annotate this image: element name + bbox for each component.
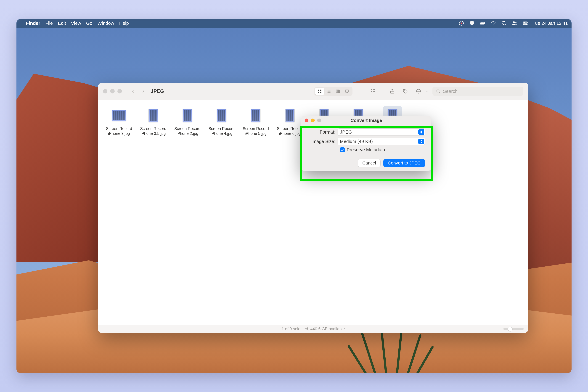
svg-point-8 bbox=[513, 21, 515, 23]
screenshot-frame: Finder File Edit View Go Window Help Tue… bbox=[16, 19, 572, 373]
icon-size-slider[interactable] bbox=[503, 328, 524, 330]
svg-rect-32 bbox=[373, 89, 374, 90]
file-item[interactable]: Screen Record iPhone 5.jpg bbox=[239, 104, 272, 138]
file-name: Screen Record iPhone 3.jpg bbox=[103, 126, 135, 136]
status-spotlight-icon[interactable] bbox=[501, 20, 507, 26]
view-list-button[interactable] bbox=[324, 88, 333, 95]
updown-arrows-icon bbox=[418, 138, 424, 144]
svg-rect-17 bbox=[320, 92, 321, 93]
svg-rect-10 bbox=[523, 22, 528, 23]
view-icons-button[interactable] bbox=[315, 88, 324, 95]
file-name: Screen Record iPhone 3.5.jpg bbox=[137, 126, 169, 136]
dialog-minimize-button[interactable] bbox=[311, 118, 315, 122]
status-control-center-icon[interactable] bbox=[522, 20, 528, 26]
file-name: Screen Record iPhone 5.jpg bbox=[240, 126, 272, 136]
wallpaper-plant bbox=[360, 326, 438, 373]
svg-rect-34 bbox=[371, 91, 372, 92]
svg-point-41 bbox=[418, 91, 419, 92]
svg-point-22 bbox=[327, 91, 328, 92]
search-field[interactable]: Search bbox=[432, 87, 524, 96]
svg-rect-35 bbox=[373, 91, 374, 92]
search-icon bbox=[436, 89, 440, 94]
svg-rect-36 bbox=[374, 91, 375, 92]
svg-marker-48 bbox=[420, 142, 422, 143]
svg-rect-29 bbox=[346, 92, 347, 93]
status-battery-icon[interactable] bbox=[480, 20, 486, 26]
window-minimize-button[interactable] bbox=[110, 89, 114, 94]
preserve-metadata-label: Preserve Metadata bbox=[347, 147, 385, 152]
menubar-datetime[interactable]: Tue 24 Jan 12:41 bbox=[532, 21, 568, 26]
svg-rect-31 bbox=[371, 89, 372, 90]
svg-rect-16 bbox=[318, 92, 320, 93]
finder-toolbar: JPEG ⌄ ⌄ Search bbox=[98, 83, 528, 100]
status-wifi-icon[interactable] bbox=[490, 20, 496, 26]
menu-help[interactable]: Help bbox=[119, 20, 129, 26]
finder-status-text: 1 of 9 selected, 440.6 GB available bbox=[282, 326, 345, 331]
cancel-button[interactable]: Cancel bbox=[358, 159, 380, 167]
svg-rect-3 bbox=[485, 22, 486, 24]
chevron-down-icon: ⌄ bbox=[380, 90, 383, 93]
image-size-label: Image Size: bbox=[308, 139, 338, 144]
updown-arrows-icon bbox=[418, 129, 424, 135]
svg-line-7 bbox=[505, 24, 506, 25]
preserve-metadata-checkbox[interactable] bbox=[340, 148, 345, 152]
file-item[interactable]: Screen Record iPhone 4.jpg bbox=[205, 104, 238, 138]
convert-button[interactable]: Convert to JPEG bbox=[384, 159, 425, 167]
file-thumbnail bbox=[183, 109, 192, 122]
svg-rect-11 bbox=[523, 24, 528, 24]
file-item[interactable]: Screen Record iPhone 2.jpg bbox=[171, 104, 204, 138]
format-select[interactable]: JPEG bbox=[338, 128, 425, 136]
svg-rect-15 bbox=[320, 90, 321, 91]
svg-rect-28 bbox=[346, 92, 346, 93]
format-value: JPEG bbox=[340, 130, 352, 135]
file-thumbnail bbox=[112, 110, 126, 121]
menu-view[interactable]: View bbox=[71, 20, 81, 26]
dialog-zoom-button[interactable] bbox=[317, 118, 321, 122]
svg-point-38 bbox=[404, 90, 405, 90]
nav-forward-button[interactable] bbox=[140, 88, 146, 95]
file-thumbnail bbox=[148, 109, 158, 122]
status-users-icon[interactable] bbox=[512, 20, 518, 26]
image-size-select[interactable]: Medium (49 KB) bbox=[338, 138, 425, 145]
tags-button[interactable] bbox=[401, 88, 410, 95]
menu-file[interactable]: File bbox=[45, 20, 53, 26]
window-close-button[interactable] bbox=[103, 89, 108, 94]
file-name: Screen Record iPhone 4.jpg bbox=[206, 126, 238, 136]
file-thumbnail bbox=[285, 109, 295, 122]
window-zoom-button[interactable] bbox=[118, 89, 122, 94]
finder-title: JPEG bbox=[151, 88, 164, 94]
svg-point-5 bbox=[493, 24, 494, 25]
menu-go[interactable]: Go bbox=[86, 20, 92, 26]
file-item[interactable]: Screen Record iPhone 3.5.jpg bbox=[136, 104, 170, 138]
status-shield-icon[interactable] bbox=[469, 20, 475, 26]
svg-point-6 bbox=[502, 21, 505, 24]
share-button[interactable] bbox=[388, 88, 396, 95]
action-button[interactable] bbox=[414, 88, 422, 95]
svg-line-44 bbox=[439, 92, 440, 93]
window-controls bbox=[103, 89, 122, 94]
status-screenrecord-icon[interactable] bbox=[458, 20, 464, 26]
svg-point-12 bbox=[524, 22, 525, 23]
svg-point-13 bbox=[526, 24, 527, 25]
menu-window[interactable]: Window bbox=[97, 20, 114, 26]
dialog-close-button[interactable] bbox=[305, 118, 308, 122]
group-by-button[interactable] bbox=[369, 88, 377, 95]
menu-edit[interactable]: Edit bbox=[58, 20, 66, 26]
file-thumbnail bbox=[217, 109, 226, 122]
file-item[interactable]: Screen Record iPhone 3.jpg bbox=[102, 104, 136, 138]
svg-marker-45 bbox=[420, 130, 422, 132]
svg-point-43 bbox=[437, 90, 439, 92]
dialog-titlebar: Convert Image bbox=[301, 116, 431, 125]
svg-point-21 bbox=[327, 90, 328, 90]
view-columns-button[interactable] bbox=[333, 88, 342, 95]
svg-rect-30 bbox=[347, 92, 348, 93]
dialog-title: Convert Image bbox=[350, 118, 382, 123]
nav-back-button[interactable] bbox=[130, 88, 136, 95]
svg-rect-24 bbox=[336, 90, 340, 93]
finder-status-bar: 1 of 9 selected, 440.6 GB available bbox=[98, 325, 528, 333]
menu-app-name[interactable]: Finder bbox=[26, 20, 40, 26]
svg-marker-46 bbox=[420, 132, 422, 134]
view-gallery-button[interactable] bbox=[342, 88, 352, 95]
format-label: Format: bbox=[308, 130, 338, 135]
file-name: Screen Record iPhone 2.jpg bbox=[172, 126, 203, 136]
